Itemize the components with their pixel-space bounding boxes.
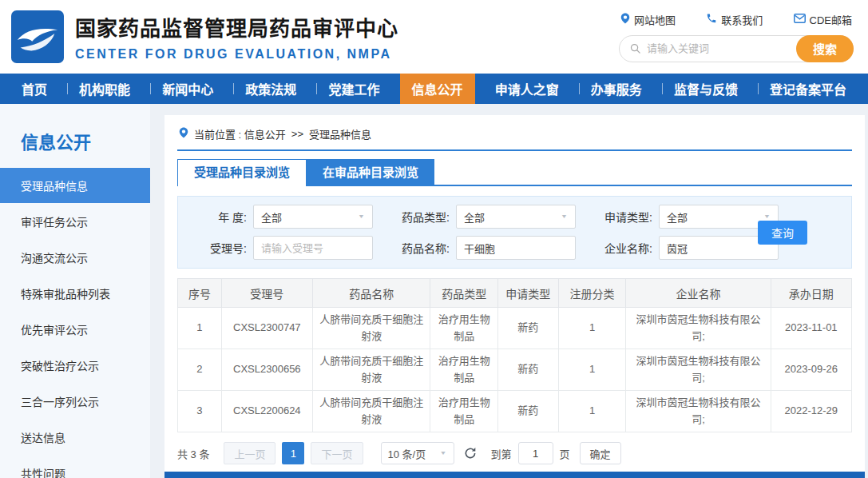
filter-year: 年 度: 全部 ▼ (189, 205, 373, 229)
year-label: 年 度: (189, 209, 247, 225)
location-icon (620, 13, 630, 26)
column-header: 药品名称 (312, 279, 430, 308)
cell-company: 深圳市茵冠生物科技有限公司; (626, 349, 771, 391)
page-number-button[interactable]: 1 (282, 442, 304, 464)
prev-page-button[interactable]: 上一页 (224, 442, 275, 464)
cell-drug-name: 人脐带间充质干细胞注射液 (312, 391, 430, 432)
column-header: 承办日期 (771, 279, 851, 308)
filter-row-1: 年 度: 全部 ▼ 药品类型: 全部 ▼ (189, 205, 840, 229)
cell-reg-class: 1 (558, 308, 625, 349)
site-subtitle: CENTER FOR DRUG EVALUATION, NMPA (75, 47, 398, 62)
filter-drug-type: 药品类型: 全部 ▼ (392, 205, 576, 229)
contact-link[interactable]: 联系我们 (706, 12, 763, 27)
sidebar-item[interactable]: 沟通交流公示 (0, 240, 150, 275)
column-header: 注册分类 (558, 279, 625, 308)
sidebar-item[interactable]: 送达信息 (0, 420, 150, 455)
filter-row-2: 受理号: 药品名称: 企业名称: (189, 236, 840, 260)
sidebar-item[interactable]: 受理品种信息 (0, 168, 150, 203)
next-page-button[interactable]: 下一页 (311, 442, 363, 464)
brand-block: 国家药品监督管理局药品审评中心 CENTER FOR DRUG EVALUATI… (75, 12, 398, 62)
page-size-select[interactable]: 10 条/页 ▼ (381, 442, 454, 464)
filter-panel: 年 度: 全部 ▼ 药品类型: 全部 ▼ (177, 196, 852, 269)
cell-accept-no: CXSL2300747 (221, 308, 312, 349)
chevron-down-icon: ▼ (763, 213, 771, 220)
year-select[interactable]: 全部 ▼ (253, 205, 373, 229)
cell-seq: 3 (178, 391, 222, 432)
search-button[interactable]: 搜索 (796, 35, 854, 62)
cell-reg-class: 1 (558, 349, 625, 391)
column-header: 申请类型 (497, 279, 558, 308)
site-title: 国家药品监督管理局药品审评中心 (75, 12, 398, 42)
jump-suffix: 页 (560, 446, 570, 461)
drug-type-select-value: 全部 (464, 209, 485, 225)
refresh-icon[interactable] (464, 447, 477, 460)
footer-bar (164, 472, 865, 478)
nav-item[interactable]: 申请人之窗 (483, 74, 571, 104)
cell-drug-type: 治疗用生物制品 (430, 349, 497, 391)
cell-date: 2023-11-01 (771, 308, 851, 349)
sidebar-item[interactable]: 特殊审批品种列表 (0, 276, 150, 311)
accept-no-input[interactable] (253, 236, 373, 260)
phone-icon (706, 13, 717, 26)
nav-item[interactable]: 登记备案平台 (758, 74, 858, 104)
nav-item[interactable]: 党建工作 (316, 74, 391, 104)
drug-type-select[interactable]: 全部 ▼ (456, 205, 576, 229)
cell-apply-type: 新药 (497, 391, 558, 432)
sidebar-item[interactable]: 突破性治疗公示 (0, 348, 150, 383)
cell-seq: 1 (178, 308, 222, 349)
cell-drug-type: 治疗用生物制品 (430, 391, 497, 432)
company-label: 企业名称: (595, 240, 652, 256)
query-button[interactable]: 查询 (758, 221, 807, 245)
drug-type-label: 药品类型: (392, 209, 450, 225)
column-header: 药品类型 (430, 279, 497, 308)
content-panel: 当前位置 : 信息公开 >> 受理品种信息 受理品种目录浏览 在审品种目录浏览 (164, 115, 865, 472)
filter-apply-type: 申请类型: 全部 ▼ (595, 205, 779, 229)
page-size-value: 10 条/页 (388, 446, 426, 461)
search-icon (629, 42, 641, 54)
breadcrumb-location: 当前位置 : 信息公开 (194, 126, 286, 141)
nav-item[interactable]: 办事服务 (579, 74, 654, 104)
cell-apply-type: 新药 (497, 308, 558, 349)
main-nav: 首页 机构职能 新闻中心 政策法规 党建工作 信息公开 申请人之窗 办事服务 监… (0, 74, 868, 104)
table-body: 1 CXSL2300747 人脐带间充质干细胞注射液 治疗用生物制品 新药 1 … (178, 308, 852, 432)
cell-accept-no: CXSL2300656 (221, 349, 312, 391)
sidebar-item[interactable]: 共性问题 (0, 456, 150, 478)
apply-type-select-value: 全部 (667, 209, 688, 225)
year-select-value: 全部 (261, 209, 282, 225)
mailbox-link-label: CDE邮箱 (810, 12, 852, 27)
body-area: 信息公开 受理品种信息 审评任务公示 沟通交流公示 特殊审批品种列表 优先审评公… (0, 104, 868, 478)
confirm-button[interactable]: 确定 (580, 442, 621, 464)
column-header: 序号 (178, 279, 222, 308)
filter-company: 企业名称: (595, 236, 779, 260)
jump-page-input[interactable] (518, 442, 553, 464)
quick-links: 网站地图 联系我们 CDE邮箱 (619, 12, 854, 27)
sidebar: 信息公开 受理品种信息 审评任务公示 沟通交流公示 特殊审批品种列表 优先审评公… (0, 104, 150, 478)
cell-drug-name: 人脐带间充质干细胞注射液 (312, 308, 430, 349)
nav-item[interactable]: 机构职能 (67, 74, 142, 104)
drug-name-input[interactable] (456, 236, 576, 260)
table-header-row: 序号 受理号 药品名称 药品类型 申请类型 注册分类 (178, 279, 852, 308)
nav-item[interactable]: 政策法规 (233, 74, 308, 104)
table-row: 1 CXSL2300747 人脐带间充质干细胞注射液 治疗用生物制品 新药 1 … (178, 308, 852, 349)
mailbox-link[interactable]: CDE邮箱 (794, 12, 852, 27)
sidebar-item[interactable]: 优先审评公示 (0, 312, 150, 347)
nav-item[interactable]: 信息公开 (400, 74, 475, 104)
nav-item[interactable]: 监督与反馈 (662, 74, 750, 104)
nav-item[interactable]: 首页 (10, 74, 59, 104)
accept-no-label: 受理号: (189, 240, 247, 256)
sidebar-item[interactable]: 审评任务公示 (0, 204, 150, 239)
sitemap-link[interactable]: 网站地图 (620, 12, 676, 27)
total-count: 共 3 条 (177, 446, 209, 461)
cell-date: 2023-09-26 (771, 349, 851, 391)
sitemap-link-label: 网站地图 (634, 12, 676, 27)
nav-item[interactable]: 新闻中心 (150, 74, 225, 104)
cell-date: 2022-12-29 (771, 391, 851, 432)
sidebar-menu: 受理品种信息 审评任务公示 沟通交流公示 特殊审批品种列表 优先审评公示 突破性… (0, 168, 150, 478)
pagination: 共 3 条 上一页 1 下一页 10 条/页 ▼ 到第 页 确定 (177, 442, 852, 464)
cell-accept-no: CXSL2200624 (221, 391, 312, 432)
tab[interactable]: 在审品种目录浏览 (307, 159, 434, 186)
tab[interactable]: 受理品种目录浏览 (177, 159, 307, 186)
filter-drug-name: 药品名称: (392, 236, 576, 260)
cell-drug-name: 人脐带间充质干细胞注射液 (312, 349, 430, 391)
sidebar-item[interactable]: 三合一序列公示 (0, 384, 150, 419)
